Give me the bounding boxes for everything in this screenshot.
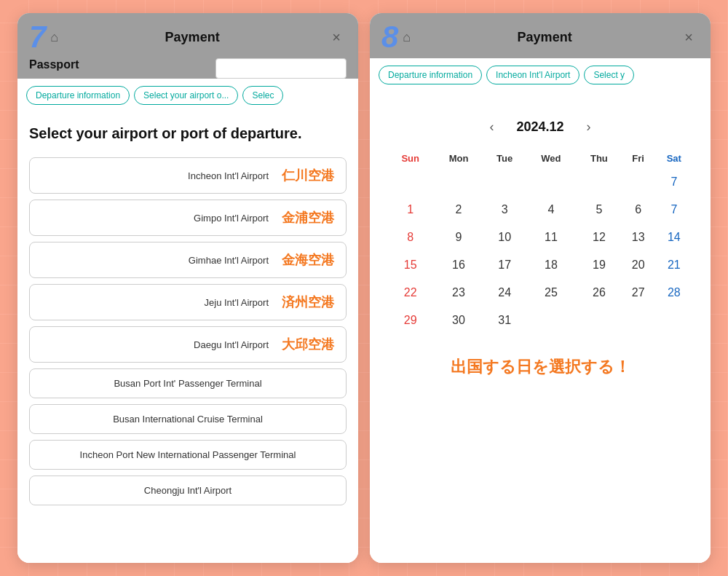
cal-header-mon: Mon: [433, 149, 483, 168]
calendar-day[interactable]: 2: [433, 196, 483, 224]
calendar-day: [577, 307, 622, 334]
airport-en-name: Busan Port Int' Passenger Terminal: [41, 378, 334, 389]
right-title: Payment: [411, 30, 678, 45]
left-breadcrumb-row: Departure information Select your airpor…: [17, 79, 358, 112]
calendar-month-label: 2024.12: [516, 119, 563, 135]
airport-item[interactable]: Busan International Cruise Terminal: [29, 404, 347, 434]
calendar-day[interactable]: 18: [526, 251, 577, 279]
calendar-day[interactable]: 26: [577, 279, 622, 307]
calendar-day[interactable]: 16: [433, 251, 483, 279]
cal-header-sat: Sat: [655, 149, 693, 168]
left-passport-label: Passport: [29, 58, 79, 71]
calendar-day[interactable]: 17: [484, 251, 526, 279]
calendar-day[interactable]: 12: [577, 224, 622, 251]
airport-en-name: Cheongju Int'l Airport: [41, 485, 334, 496]
airport-item[interactable]: Gimhae Int'l Airport金海空港: [29, 242, 347, 278]
airport-item[interactable]: Gimpo Int'l Airport金浦空港: [29, 200, 347, 236]
calendar-day[interactable]: 5: [577, 196, 622, 224]
cal-header-wed: Wed: [526, 149, 577, 168]
calendar-day[interactable]: 11: [526, 224, 577, 251]
airport-item[interactable]: Incheon Int'l Airport仁川空港: [29, 157, 347, 194]
cal-header-tue: Tue: [484, 149, 526, 168]
left-body: Select your airport or port of departure…: [17, 112, 358, 563]
calendar-day: [526, 168, 577, 196]
left-breadcrumb-0[interactable]: Departure information: [26, 86, 130, 105]
right-breadcrumb-0[interactable]: Departure information: [379, 66, 482, 84]
left-header: 7 ⌂ Payment × Passport: [17, 13, 358, 79]
airport-item[interactable]: Jeju Int'l Airport済州空港: [29, 284, 347, 320]
right-header: 8 ⌂ Payment ×: [370, 13, 711, 58]
calendar-day[interactable]: 21: [655, 251, 693, 279]
right-body: ‹ 2024.12 › Sun Mon Tue Wed Thu Fri Sat: [370, 92, 711, 563]
calendar-day[interactable]: 15: [387, 251, 433, 279]
left-title: Payment: [58, 30, 326, 45]
airport-ja-name: 金海空港: [276, 251, 334, 269]
calendar-day[interactable]: 22: [387, 279, 433, 307]
airport-ja-name: 金浦空港: [276, 209, 334, 226]
left-home-icon[interactable]: ⌂: [50, 30, 58, 45]
cal-header-sun: Sun: [387, 149, 433, 168]
calendar-day[interactable]: 30: [433, 307, 483, 334]
right-breadcrumb-2[interactable]: Select y: [584, 66, 634, 84]
airport-en-name: Jeju Int'l Airport: [41, 297, 269, 308]
calendar-day: [433, 168, 483, 196]
calendar-day: [655, 307, 693, 334]
prev-month-button[interactable]: ‹: [481, 117, 502, 137]
calendar-day: [526, 307, 577, 334]
right-panel: 8 ⌂ Payment × Departure information Inch…: [370, 13, 711, 563]
airport-item[interactable]: Daegu Int'l Airport大邱空港: [29, 326, 347, 363]
airport-ja-name: 仁川空港: [276, 167, 334, 184]
left-panel: 7 ⌂ Payment × Passport Departure informa…: [17, 13, 358, 563]
calendar-day[interactable]: 14: [655, 224, 693, 251]
calendar-day[interactable]: 1: [387, 196, 433, 224]
left-header-top: 7 ⌂ Payment ×: [29, 22, 347, 52]
left-step-number: 7: [29, 22, 46, 52]
airport-item[interactable]: Incheon Port New International Passenger…: [29, 440, 347, 470]
calendar-day[interactable]: 4: [526, 196, 577, 224]
calendar-day[interactable]: 29: [387, 307, 433, 334]
airport-en-name: Incheon Port New International Passenger…: [41, 449, 334, 460]
calendar-day[interactable]: 25: [526, 279, 577, 307]
annotation-text: 出国する日を選択する！: [381, 356, 699, 379]
airport-en-name: Busan International Cruise Terminal: [41, 414, 334, 425]
airport-en-name: Gimpo Int'l Airport: [41, 213, 269, 224]
calendar-day[interactable]: 8: [387, 224, 433, 251]
right-header-top: 8 ⌂ Payment ×: [381, 22, 699, 52]
calendar-day[interactable]: 27: [622, 279, 655, 307]
calendar-day[interactable]: 3: [484, 196, 526, 224]
calendar-day[interactable]: 28: [655, 279, 693, 307]
calendar-grid: Sun Mon Tue Wed Thu Fri Sat 712345678910…: [387, 149, 693, 334]
calendar-day[interactable]: 10: [484, 224, 526, 251]
calendar-day[interactable]: 6: [622, 196, 655, 224]
next-month-button[interactable]: ›: [579, 117, 599, 137]
airport-item[interactable]: Cheongju Int'l Airport: [29, 476, 347, 505]
left-header-sub: Passport: [29, 58, 347, 79]
airport-en-name: Incheon Int'l Airport: [41, 170, 269, 181]
airport-ja-name: 大邱空港: [276, 336, 334, 353]
calendar-day: [622, 168, 655, 196]
calendar-day[interactable]: 31: [484, 307, 526, 334]
calendar-nav: ‹ 2024.12 ›: [387, 117, 693, 137]
calendar-day: [387, 168, 433, 196]
right-breadcrumb-1[interactable]: Incheon Int'l Airport: [486, 66, 579, 84]
right-home-icon[interactable]: ⌂: [403, 30, 411, 45]
left-close-button[interactable]: ×: [326, 27, 347, 47]
calendar-day[interactable]: 23: [433, 279, 483, 307]
left-breadcrumb-1[interactable]: Select your airport o...: [134, 86, 238, 105]
calendar-day: [622, 307, 655, 334]
right-close-button[interactable]: ×: [678, 27, 699, 47]
calendar-day[interactable]: 20: [622, 251, 655, 279]
calendar-day[interactable]: 19: [577, 251, 622, 279]
calendar-day[interactable]: 24: [484, 279, 526, 307]
calendar-day[interactable]: 13: [622, 224, 655, 251]
right-breadcrumb-row: Departure information Incheon Int'l Airp…: [370, 58, 711, 92]
calendar-day[interactable]: 7: [655, 168, 693, 196]
calendar-day[interactable]: 7: [655, 196, 693, 224]
cal-header-thu: Thu: [577, 149, 622, 168]
left-breadcrumb-2[interactable]: Selec: [242, 86, 283, 105]
right-step-badge: 8 ⌂: [381, 22, 411, 52]
select-heading: Select your airport or port of departure…: [29, 124, 347, 143]
calendar-day[interactable]: 9: [433, 224, 483, 251]
airport-en-name: Gimhae Int'l Airport: [41, 255, 269, 266]
airport-item[interactable]: Busan Port Int' Passenger Terminal: [29, 368, 347, 398]
